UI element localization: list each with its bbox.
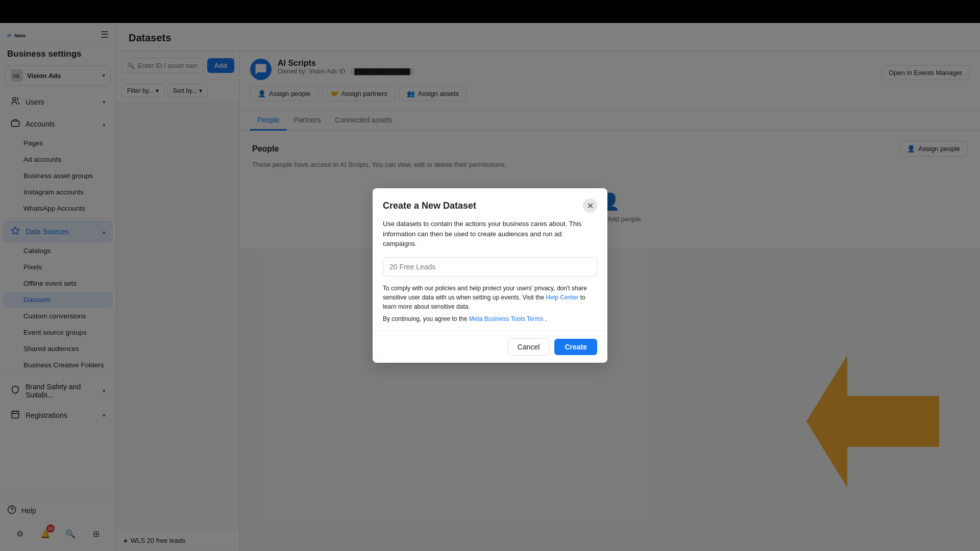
create-button[interactable]: Create <box>554 339 597 355</box>
cancel-button[interactable]: Cancel <box>508 338 550 356</box>
modal-terms-text: By continuing, you agree to the Meta Bus… <box>383 315 597 322</box>
modal-policy-text: To comply with our policies and help pro… <box>383 284 597 311</box>
modal-description: Use datasets to contain the actions your… <box>383 219 597 249</box>
modal-close-button[interactable]: ✕ <box>583 198 597 213</box>
modal-title: Create a New Dataset <box>383 201 476 211</box>
modal-header: Create a New Dataset ✕ <box>373 188 607 219</box>
modal-overlay[interactable]: Create a New Dataset ✕ Use datasets to c… <box>0 0 980 551</box>
terms-link[interactable]: Meta Business Tools Terms <box>469 315 544 322</box>
modal-body: Use datasets to contain the actions your… <box>373 219 607 331</box>
dataset-name-input[interactable] <box>383 257 597 277</box>
help-center-link[interactable]: Help Center <box>546 294 578 301</box>
modal-footer: Cancel Create <box>373 331 607 363</box>
create-dataset-modal: Create a New Dataset ✕ Use datasets to c… <box>373 188 607 363</box>
